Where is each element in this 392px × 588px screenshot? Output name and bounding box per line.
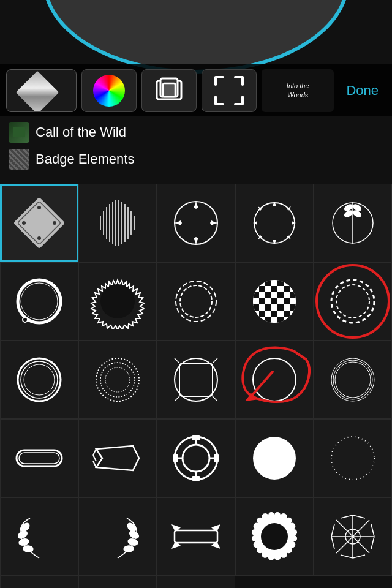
grid-item-scroll[interactable]: [157, 497, 235, 576]
svg-rect-78: [271, 298, 277, 304]
svg-point-142: [17, 530, 29, 540]
svg-rect-89: [253, 311, 259, 317]
svg-point-146: [129, 530, 140, 540]
grid-item-diamond[interactable]: [0, 184, 78, 262]
svg-rect-63: [265, 286, 271, 292]
svg-rect-102: [290, 317, 296, 323]
arrows-circle-2-icon: [247, 195, 302, 251]
grid-item-pill[interactable]: [0, 419, 78, 497]
svg-line-159: [353, 555, 365, 558]
grid-item-scallop[interactable]: [235, 497, 314, 576]
grid-item-wavy[interactable]: [78, 184, 157, 262]
badge-grid: [0, 184, 392, 588]
svg-point-148: [124, 545, 134, 552]
svg-rect-68: [253, 292, 259, 298]
grid-item-saw[interactable]: [78, 262, 157, 341]
grid-item-fine-ring[interactable]: [314, 341, 392, 419]
svg-rect-87: [284, 304, 290, 311]
grid-item-chain[interactable]: [157, 262, 235, 341]
svg-rect-72: [277, 292, 284, 298]
section-thumb-badge: [9, 149, 29, 170]
svg-rect-84: [265, 304, 271, 311]
grid-item-sunburst[interactable]: [314, 497, 392, 576]
toolbar-btn-diamond[interactable]: [6, 69, 77, 112]
grid-item-sunburst-half[interactable]: [78, 576, 157, 588]
toolbar: Into theWoods Done: [0, 64, 392, 116]
svg-rect-73: [284, 292, 290, 298]
svg-rect-70: [265, 292, 271, 298]
svg-rect-88: [290, 304, 296, 311]
svg-rect-65: [277, 286, 284, 292]
svg-rect-3: [13, 197, 66, 249]
svg-point-51: [180, 285, 212, 317]
grid-item-rect-circle[interactable]: [157, 341, 235, 419]
svg-point-117: [253, 358, 296, 401]
svg-marker-32: [273, 240, 276, 244]
svg-rect-77: [265, 298, 271, 304]
grid-item-checker[interactable]: [235, 262, 314, 341]
thin-ring-icon: [12, 274, 67, 329]
svg-point-42: [344, 209, 353, 218]
svg-point-111: [175, 358, 217, 401]
grid-item-ribbon[interactable]: [78, 419, 157, 497]
section-subtitle-row: Badge Elements: [9, 146, 392, 172]
svg-rect-60: [290, 280, 296, 286]
grid-item-dotted-arc[interactable]: [157, 576, 235, 588]
svg-marker-31: [273, 202, 276, 206]
svg-point-140: [331, 437, 374, 480]
diamond-shape-icon: [12, 195, 67, 251]
svg-rect-138: [214, 454, 219, 462]
grid-item-wheat-circle[interactable]: [314, 184, 392, 262]
svg-rect-90: [259, 311, 265, 317]
svg-rect-58: [277, 280, 284, 286]
svg-line-155: [353, 515, 365, 518]
svg-point-150: [261, 523, 288, 550]
grid-item-arrows-circle-2[interactable]: [235, 184, 314, 262]
grid-item-dotted-gear[interactable]: [78, 341, 157, 419]
grid-item-arrows-circle-1[interactable]: [157, 184, 235, 262]
svg-rect-98: [265, 317, 271, 323]
grid-item-starburst[interactable]: [0, 576, 78, 588]
svg-rect-112: [179, 363, 213, 396]
svg-rect-85: [271, 304, 277, 311]
svg-rect-97: [259, 317, 265, 323]
color-wheel-icon: [93, 75, 125, 107]
svg-point-147: [127, 538, 138, 546]
svg-point-120: [331, 358, 374, 401]
done-button[interactable]: Done: [339, 78, 386, 104]
svg-rect-81: [290, 298, 296, 304]
grid-item-dotted-ring[interactable]: [314, 419, 392, 497]
svg-rect-137: [173, 454, 178, 462]
toolbar-btn-layers[interactable]: [141, 69, 197, 112]
grid-item-laurel-left[interactable]: [0, 497, 78, 576]
svg-line-113: [175, 358, 179, 363]
svg-rect-66: [284, 286, 290, 292]
laurel-left-icon: [12, 509, 67, 564]
toolbar-btn-color[interactable]: [81, 69, 137, 112]
svg-rect-64: [271, 286, 277, 292]
grid-item-dashed-circle[interactable]: [314, 262, 392, 341]
rect-circle-icon: [168, 352, 224, 407]
grid-item-fluffy[interactable]: [235, 419, 314, 497]
svg-line-162: [331, 524, 334, 537]
grid-item-laurel-right[interactable]: [78, 497, 157, 576]
svg-rect-136: [192, 476, 200, 481]
arrows-circle-1-icon: [168, 195, 224, 251]
svg-point-44: [352, 209, 362, 218]
svg-point-122: [335, 362, 371, 398]
svg-rect-93: [277, 311, 284, 317]
grid-item-thin-ring[interactable]: [0, 262, 78, 341]
svg-rect-56: [265, 280, 271, 286]
svg-rect-82: [253, 304, 259, 311]
grid-item-arrow-annotated[interactable]: [235, 341, 314, 419]
ribbon-icon: [90, 431, 145, 486]
grid-item-spiral[interactable]: [0, 341, 78, 419]
toolbar-btn-expand[interactable]: [202, 69, 257, 112]
section-title-label: Call of the Wild: [36, 124, 126, 140]
section-thumb-wild: [9, 122, 29, 143]
dotted-gear-icon: [90, 352, 145, 407]
svg-line-160: [341, 555, 353, 558]
svg-point-50: [176, 281, 216, 322]
svg-rect-61: [253, 286, 259, 292]
grid-item-life-ring[interactable]: [157, 419, 235, 497]
